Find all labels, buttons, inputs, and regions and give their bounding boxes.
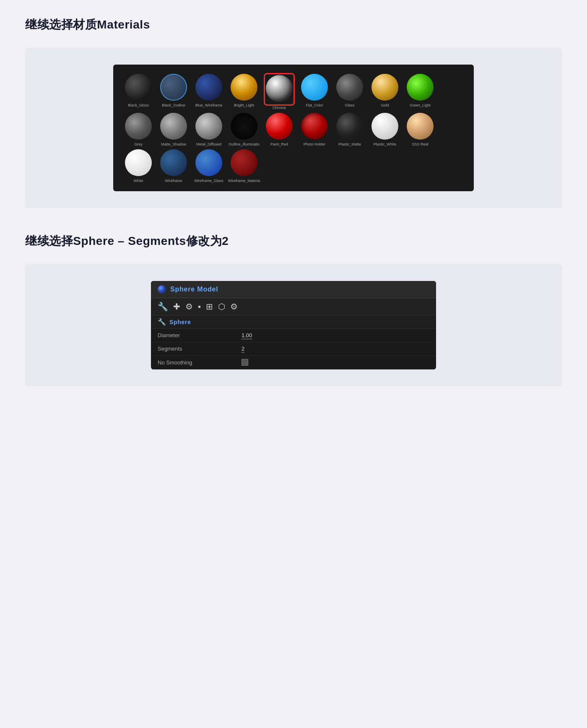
material-item-bright-light[interactable]: Bright_Light	[227, 73, 261, 110]
material-item-flat-color[interactable]: Flat_Color	[298, 73, 331, 110]
material-sphere-sss-real	[407, 113, 434, 140]
materials-container: Black_Gloss Black_Outline Blue_Wireframe…	[113, 65, 474, 191]
material-item-matte-shadow[interactable]: Matte_Shadow	[157, 112, 190, 147]
gear-cog-icon[interactable]: ⚙	[185, 302, 193, 312]
material-wrapper-blue-wireframe	[195, 73, 223, 103]
material-item-glass[interactable]: Glass	[333, 73, 366, 110]
material-label-paint-red: Paint_Red	[270, 142, 288, 147]
material-label-grey: Grey	[134, 142, 143, 147]
diameter-value[interactable]: 1.00	[242, 332, 252, 338]
material-wrapper-wireframe-materia	[230, 148, 258, 179]
cloud-icon[interactable]: ⬡	[218, 302, 225, 312]
material-wrapper-grey	[124, 112, 153, 142]
sphere-section-label: Sphere	[169, 319, 191, 325]
material-sphere-green-light	[407, 74, 434, 101]
settings-icon[interactable]: ⚙	[230, 302, 238, 312]
material-sphere-wireframe-glass	[195, 149, 222, 176]
diameter-label: Diameter	[158, 332, 242, 338]
material-wrapper-photo-holder	[300, 112, 329, 142]
material-wrapper-white	[124, 148, 153, 179]
material-wrapper-bright-light	[230, 73, 258, 103]
material-item-black-gloss[interactable]: Black_Gloss	[122, 73, 155, 110]
material-item-plastic-matte[interactable]: Plastic_Matte	[333, 112, 366, 147]
material-item-black-outline[interactable]: Black_Outline	[157, 73, 190, 110]
material-label-wireframe-materia: Wireframe_Materia	[228, 179, 260, 183]
material-label-chrome: Chrome	[273, 106, 286, 110]
material-item-wireframe[interactable]: Wireframe	[157, 148, 190, 183]
material-sphere-black-outline	[160, 74, 187, 101]
material-label-plastic-matte: Plastic_Matte	[338, 142, 361, 147]
material-item-outline-illumination[interactable]: Outline_Illuminatio	[227, 112, 261, 147]
material-item-photo-holder[interactable]: Photo Holder	[298, 112, 331, 147]
material-label-black-gloss: Black_Gloss	[128, 103, 149, 108]
material-sphere-black-gloss	[125, 74, 152, 101]
material-label-black-outline: Black_Outline	[162, 103, 185, 108]
no-smoothing-label: No Smoothing	[158, 359, 242, 366]
material-wrapper-green-light	[406, 73, 434, 103]
material-label-flat-color: Flat_Color	[306, 103, 323, 108]
material-wrapper-black-gloss	[124, 73, 153, 103]
material-sphere-plastic-matte	[336, 113, 363, 140]
material-sphere-wireframe	[160, 149, 187, 176]
material-wrapper-matte-shadow	[159, 112, 188, 142]
material-sphere-white	[125, 149, 152, 176]
diameter-row: Diameter 1.00	[151, 329, 436, 342]
material-label-green-light: Green_Light	[410, 103, 431, 108]
material-label-sss-real: SSS Real	[412, 142, 428, 147]
material-label-white: White	[133, 179, 143, 183]
material-label-photo-holder: Photo Holder	[304, 142, 326, 147]
material-sphere-paint-red	[266, 113, 293, 140]
material-sphere-photo-holder	[301, 113, 328, 140]
material-wrapper-wireframe-glass	[195, 148, 223, 179]
material-label-wireframe-glass: Wireframe_Glass	[194, 179, 223, 183]
material-sphere-gold	[371, 74, 398, 101]
material-wrapper-metal-diffused	[195, 112, 223, 142]
square-icon[interactable]: ▪	[198, 302, 201, 312]
material-wrapper-glass	[335, 73, 364, 103]
section2-title: 继续选择Sphere – Segments修改为2	[25, 233, 562, 249]
material-sphere-chrome	[266, 75, 293, 102]
material-sphere-wireframe-materia	[231, 149, 257, 176]
material-sphere-glass	[336, 74, 363, 101]
sphere-panel: Sphere Model 🔧 ✚ ⚙ ▪ ⊞ ⬡ ⚙ 🔧 Sphere Diam…	[25, 264, 562, 386]
material-label-wireframe: Wireframe	[165, 179, 182, 183]
material-item-wireframe-glass[interactable]: Wireframe_Glass	[192, 148, 226, 183]
material-wrapper-flat-color	[300, 73, 329, 103]
material-item-chrome[interactable]: Chrome	[262, 73, 296, 110]
wrench-icon[interactable]: 🔧	[158, 302, 168, 312]
material-label-blue-wireframe: Blue_Wireframe	[195, 103, 223, 108]
grid-icon[interactable]: ⊞	[206, 302, 213, 312]
material-item-green-light[interactable]: Green_Light	[403, 73, 437, 110]
material-sphere-blue-wireframe	[195, 74, 222, 101]
material-label-metal-diffused: Metal_Diffused	[196, 142, 221, 147]
no-smoothing-checkbox[interactable]	[242, 359, 248, 366]
material-item-sss-real[interactable]: SSS Real	[403, 112, 437, 147]
material-wrapper-gold	[371, 73, 399, 103]
material-item-blue-wireframe[interactable]: Blue_Wireframe	[192, 73, 226, 110]
plus-icon[interactable]: ✚	[173, 302, 180, 312]
material-item-white[interactable]: White	[122, 148, 155, 183]
toolbar-row: 🔧 ✚ ⚙ ▪ ⊞ ⬡ ⚙	[151, 298, 436, 315]
material-item-wireframe-materia[interactable]: Wireframe_Materia	[227, 148, 261, 183]
material-sphere-flat-color	[301, 74, 328, 101]
sphere-section: 🔧 Sphere	[151, 315, 436, 329]
sphere-model-title: Sphere Model	[170, 286, 218, 293]
segments-value[interactable]: 2	[242, 346, 244, 352]
material-label-gold: Gold	[381, 103, 389, 108]
material-wrapper-black-outline	[159, 73, 188, 103]
material-item-paint-red[interactable]: Paint_Red	[262, 112, 296, 147]
material-label-plastic-white: Plastic_White	[374, 142, 397, 147]
material-item-metal-diffused[interactable]: Metal_Diffused	[192, 112, 226, 147]
materials-grid: Black_Gloss Black_Outline Blue_Wireframe…	[122, 73, 465, 183]
material-sphere-grey	[125, 113, 152, 140]
material-item-gold[interactable]: Gold	[368, 73, 402, 110]
material-wrapper-outline-illumination	[230, 112, 258, 142]
material-label-outline-illumination: Outline_Illuminatio	[229, 142, 260, 147]
segments-label: Segments	[158, 346, 242, 352]
material-label-bright-light: Bright_Light	[234, 103, 254, 108]
material-wrapper-plastic-white	[371, 112, 399, 142]
material-sphere-matte-shadow	[160, 113, 187, 140]
sphere-model-icon	[158, 285, 166, 294]
material-item-grey[interactable]: Grey	[122, 112, 155, 147]
material-item-plastic-white[interactable]: Plastic_White	[368, 112, 402, 147]
